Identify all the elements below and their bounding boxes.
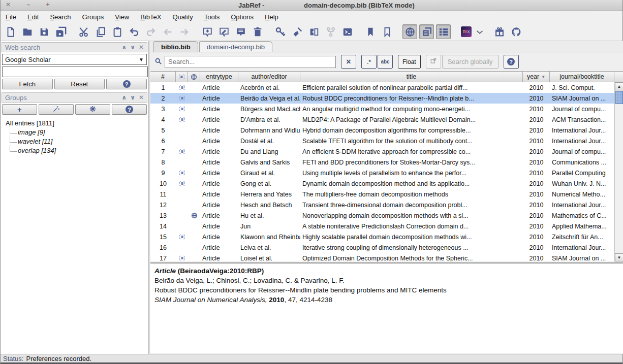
- tab-biblio.bib[interactable]: biblio.bib: [153, 41, 198, 52]
- copy-icon: [95, 26, 106, 38]
- save-library-button[interactable]: [37, 24, 51, 39]
- undo-button[interactable]: [127, 24, 141, 39]
- move-panel-down-icon[interactable]: ∨: [130, 44, 135, 51]
- column-header-#[interactable]: #: [150, 72, 176, 82]
- move-panel-up-icon[interactable]: ∧: [121, 94, 127, 101]
- menu-view[interactable]: View: [115, 13, 129, 21]
- open-search-window-button[interactable]: [426, 55, 441, 69]
- entry-row-13[interactable]: 13ArticleHu et al.Nonoverlapping domain …: [150, 210, 614, 221]
- close-panel-icon[interactable]: ✕: [139, 94, 144, 101]
- entry-row-3[interactable]: 3ArticleBörgers and MacLachlanAn angular…: [150, 104, 614, 114]
- bookmark-filled-button[interactable]: [363, 24, 378, 39]
- tab-domain-decomp.bib[interactable]: domain-decomp.bib: [199, 41, 272, 52]
- move-panel-up-icon[interactable]: ∧: [121, 44, 127, 51]
- regex-search-button[interactable]: .*: [361, 55, 377, 69]
- vertical-scrollbar[interactable]: ▲ ▼: [614, 82, 623, 261]
- cell-title: Highly scalable parallel domain decompos…: [300, 234, 523, 241]
- redo-button[interactable]: [143, 24, 158, 39]
- scrollbar-thumb[interactable]: [615, 91, 623, 104]
- menu-options[interactable]: Options: [231, 13, 254, 21]
- reset-button[interactable]: Reset: [54, 79, 105, 89]
- float-mode-button[interactable]: Float: [398, 55, 421, 69]
- entry-row-8[interactable]: 8ArticleGalvis and SarkisFETI and BDD pr…: [150, 157, 614, 168]
- add-group-button[interactable]: +: [2, 104, 37, 115]
- column-header-journal/booktitle[interactable]: journal/booktitle: [550, 72, 614, 82]
- menu-bibtex[interactable]: BibTeX: [140, 13, 161, 21]
- auto-group-button[interactable]: [39, 104, 74, 115]
- cleanup-entries-button[interactable]: [290, 24, 304, 39]
- menu-groups[interactable]: Groups: [82, 13, 104, 21]
- column-header-url[interactable]: [188, 72, 200, 82]
- abbreviate-journal-button[interactable]: [306, 24, 321, 39]
- fetch-button[interactable]: Fetch: [2, 79, 53, 89]
- window-controls[interactable]: ✕ – +: [6, 1, 56, 8]
- column-header-author/editor[interactable]: author/editor: [238, 72, 300, 82]
- web-search-help-button[interactable]: ?: [106, 79, 147, 89]
- web-search-toggle-button[interactable]: [402, 24, 417, 39]
- column-header-year[interactable]: year▼: [523, 72, 550, 82]
- entry-row-9[interactable]: 9ArticleGiraud et al.Using multiple leve…: [150, 168, 614, 178]
- web-search-input[interactable]: [2, 67, 148, 77]
- column-header-file[interactable]: [176, 72, 188, 82]
- new-entry-button[interactable]: [200, 24, 214, 39]
- edit-entry-button[interactable]: [216, 24, 231, 39]
- new-library-button[interactable]: [3, 24, 18, 39]
- search-input[interactable]: [165, 56, 336, 68]
- entry-row-10[interactable]: 10ArticleGong et al.Dynamic domain decom…: [150, 178, 614, 189]
- entry-row-17[interactable]: 17ArticleLoisel et al.Optimized Domain D…: [150, 253, 614, 261]
- entry-row-6[interactable]: 6ArticleDostál et al.Scalable TFETI algo…: [150, 136, 614, 146]
- menu-file[interactable]: File: [6, 13, 16, 21]
- fork-button[interactable]: [323, 24, 338, 39]
- menu-help[interactable]: Help: [265, 13, 278, 21]
- search-engine-select[interactable]: Google Scholar ▼: [2, 54, 147, 65]
- entry-row-11[interactable]: 11ArticleHerrera and YatesThe multiplier…: [150, 189, 614, 200]
- group-item[interactable]: image [9]: [9, 128, 148, 136]
- side-pane-toggle-button[interactable]: [419, 24, 434, 39]
- close-panel-icon[interactable]: ✕: [139, 44, 144, 51]
- scroll-down-icon[interactable]: ▼: [615, 253, 623, 261]
- column-header-title[interactable]: title: [300, 72, 523, 82]
- open-library-button[interactable]: [20, 24, 35, 39]
- entry-row-1[interactable]: 1ArticleAcebrón et al.Efficient parallel…: [150, 82, 614, 93]
- github-button[interactable]: [509, 24, 523, 39]
- group-settings-button[interactable]: [75, 104, 110, 115]
- move-panel-down-icon[interactable]: ∨: [130, 94, 135, 101]
- group-all-entries[interactable]: All entries [1811]: [6, 119, 148, 127]
- column-header-entrytype[interactable]: entrytype: [200, 72, 238, 82]
- delete-entry-button[interactable]: [250, 24, 265, 39]
- entry-row-16[interactable]: 16ArticleLeiva et al.Iterative strong co…: [150, 242, 614, 253]
- entry-row-5[interactable]: 5ArticleDohrmann and WidlundHybrid domai…: [150, 125, 614, 136]
- entry-row-14[interactable]: 14ArticleJunA stable noniterative Predic…: [150, 221, 614, 231]
- entry-row-4[interactable]: 4ArticleD'Ambra et al.MLD2P4: A Package …: [150, 114, 614, 125]
- save-all-button[interactable]: [53, 24, 68, 39]
- paste-button[interactable]: [110, 24, 124, 39]
- entry-table-toggle-button[interactable]: [436, 24, 451, 39]
- generate-citekey-button[interactable]: [273, 24, 288, 39]
- menu-search[interactable]: Search: [50, 13, 71, 21]
- back-button[interactable]: [160, 24, 175, 39]
- groups-help-button[interactable]: ?: [112, 104, 147, 115]
- entry-row-2[interactable]: 2ArticleBeirão da Veiga et al.Robust BDD…: [150, 93, 614, 104]
- menu-quality[interactable]: Quality: [172, 13, 193, 21]
- forward-button[interactable]: [177, 24, 192, 39]
- bookmark-outline-button[interactable]: [380, 24, 394, 39]
- menu-tools[interactable]: Tools: [204, 13, 220, 21]
- group-item[interactable]: overlap [134]: [9, 147, 148, 154]
- clear-search-button[interactable]: ×: [341, 55, 356, 69]
- donate-button[interactable]: [492, 24, 507, 39]
- new-comment-button[interactable]: [233, 24, 248, 39]
- case-sensitive-button[interactable]: abc: [378, 55, 393, 69]
- push-to-latex-button[interactable]: TEX: [459, 24, 474, 39]
- copy-button[interactable]: [93, 24, 108, 39]
- push-to-terminal-button[interactable]: [340, 24, 355, 39]
- chevron-down-icon[interactable]: [476, 24, 484, 39]
- cut-button[interactable]: [76, 24, 91, 39]
- search-help-button[interactable]: ?: [504, 55, 519, 69]
- scroll-up-icon[interactable]: ▲: [615, 82, 623, 90]
- entry-row-15[interactable]: 15ArticleKlawonn and RheinbachHighly sca…: [150, 231, 614, 242]
- entry-row-7[interactable]: 7ArticleDu and LiangAn efficient S-DDM i…: [150, 146, 614, 157]
- entry-row-12[interactable]: 12ArticleHesch and BetschTransient three…: [150, 200, 614, 210]
- search-globally-button[interactable]: Search globally: [442, 55, 499, 69]
- group-item[interactable]: wavelet [11]: [9, 138, 148, 145]
- menu-edit[interactable]: Edit: [27, 13, 39, 21]
